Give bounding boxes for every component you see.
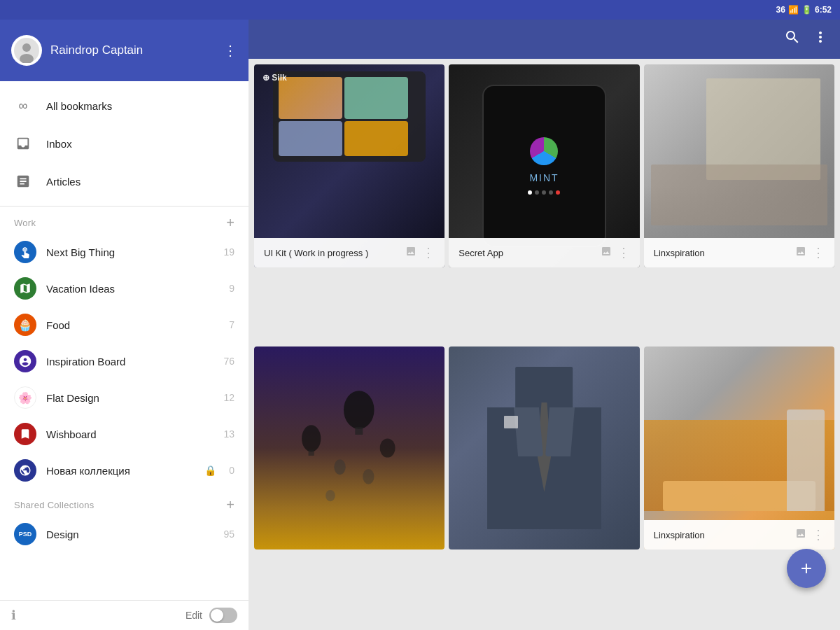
card-footer-linxspiration-1: Linxspiration ⋮ [644, 238, 834, 267]
svg-rect-6 [309, 450, 314, 456]
nav-item-inbox[interactable]: Inbox [0, 125, 248, 162]
info-icon[interactable]: ℹ [11, 608, 16, 623]
shared-section-header: Shared Collections + [0, 489, 248, 516]
collection-item-design[interactable]: PSD Design 95 [0, 516, 248, 552]
signal-bars: 📶 [788, 5, 799, 15]
sidebar-username: Raindrop Captain [50, 43, 215, 57]
inspiration-board-icon [14, 350, 36, 372]
svg-point-7 [380, 438, 396, 457]
card-image-icon-linxspiration-1[interactable] [795, 246, 806, 260]
svg-rect-4 [355, 427, 363, 435]
card-image-icon-ui-kit[interactable] [405, 246, 416, 260]
collection-name-vacation-ideas: Vacation Ideas [46, 283, 219, 295]
wishboard-icon [14, 423, 36, 445]
grid-item-linxspiration-2[interactable]: Linxspiration ⋮ [644, 346, 834, 550]
collection-item-novaya[interactable]: Новая коллекция 🔒 0 [0, 452, 248, 489]
collection-item-food[interactable]: 🧁 Food 7 [0, 307, 248, 343]
collection-name-food: Food [46, 319, 219, 331]
grid-item-linxspiration-1[interactable]: Linxspiration ⋮ [644, 64, 834, 267]
work-section-add-button[interactable]: + [226, 215, 234, 231]
collection-name-wishboard: Wishboard [46, 428, 214, 440]
collection-count-food: 7 [229, 319, 234, 330]
card-title-linxspiration-1: Linxspiration [654, 248, 705, 258]
infinity-icon: ∞ [14, 97, 32, 115]
sidebar-header: Raindrop Captain ⋮ [0, 20, 248, 81]
fab-icon: + [801, 559, 812, 578]
collection-item-next-big-thing[interactable]: Next Big Thing 19 [0, 234, 248, 270]
svg-point-10 [326, 490, 335, 501]
card-title-secret-app: Secret App [458, 248, 503, 258]
collection-name-design: Design [46, 528, 214, 540]
collection-count-novaya: 0 [229, 465, 234, 476]
collection-name-flat-design: Flat Design [46, 392, 214, 404]
food-icon: 🧁 [14, 314, 36, 336]
nav-label-articles: Articles [46, 176, 80, 188]
flat-design-icon: 🌸 [14, 386, 36, 409]
grid-item-ui-kit[interactable]: ⊕ Silk UI Kit ( Work in progress ) ⋮ [254, 64, 444, 267]
collection-item-flat-design[interactable]: 🌸 Flat Design 12 [0, 379, 248, 416]
sidebar-menu-button[interactable]: ⋮ [223, 42, 237, 59]
work-section-header: Work + [0, 206, 248, 234]
more-options-icon[interactable] [812, 29, 829, 50]
signal-icon: 36 [776, 5, 785, 15]
novaya-icon [14, 459, 36, 482]
sidebar-nav: ∞ All bookmarks Inbox Articles [0, 81, 248, 206]
card-image-icon-secret-app[interactable] [601, 246, 612, 260]
card-title-linxspiration-2: Linxspiration [654, 530, 705, 540]
collection-item-vacation-ideas[interactable]: Vacation Ideas 9 [0, 270, 248, 307]
collection-count-wishboard: 13 [223, 428, 234, 440]
next-big-thing-icon [14, 241, 36, 263]
avatar[interactable] [11, 35, 42, 66]
svg-point-5 [302, 425, 321, 451]
collection-name-novaya: Новая коллекция [46, 465, 195, 477]
grid-item-suit[interactable] [449, 346, 639, 550]
shared-section-title: Shared Collections [14, 500, 94, 510]
sidebar: Raindrop Captain ⋮ ∞ All bookmarks Inbox [0, 20, 248, 630]
edit-toggle[interactable] [209, 608, 237, 623]
card-footer-ui-kit: UI Kit ( Work in progress ) ⋮ [254, 238, 444, 267]
nav-item-articles[interactable]: Articles [0, 162, 248, 200]
card-menu-icon-linxspiration-2[interactable]: ⋮ [812, 527, 825, 542]
grid-item-balloons[interactable] [254, 346, 444, 550]
content-grid: ⊕ Silk UI Kit ( Work in progress ) ⋮ [248, 59, 840, 630]
collection-name-inspiration-board: Inspiration Board [46, 356, 214, 368]
work-section-title: Work [14, 218, 36, 228]
card-image-icon-linxspiration-2[interactable] [795, 528, 806, 542]
card-title-ui-kit: UI Kit ( Work in progress ) [264, 248, 368, 258]
main-toolbar [248, 20, 840, 59]
design-icon: PSD [14, 523, 36, 545]
fab-button[interactable]: + [787, 549, 826, 588]
collection-name-next-big-thing: Next Big Thing [46, 246, 214, 258]
vacation-ideas-icon [14, 277, 36, 300]
shared-section-add-button[interactable]: + [226, 497, 234, 513]
main-content: ⊕ Silk UI Kit ( Work in progress ) ⋮ [248, 20, 840, 630]
time-display: 6:52 [815, 5, 832, 15]
card-footer-secret-app: Secret App ⋮ [449, 238, 639, 267]
collection-count-inspiration-board: 76 [223, 356, 234, 367]
collection-count-design: 95 [223, 528, 234, 540]
nav-item-all-bookmarks[interactable]: ∞ All bookmarks [0, 87, 248, 125]
collection-count-next-big-thing: 19 [223, 246, 234, 258]
edit-label: Edit [186, 610, 202, 621]
status-icons: 36 📶 🔋 6:52 [776, 5, 832, 15]
collection-count-vacation-ideas: 9 [229, 283, 234, 294]
svg-point-3 [344, 391, 374, 428]
nav-label-inbox: Inbox [46, 138, 72, 150]
sidebar-footer: ℹ Edit [0, 600, 248, 630]
card-menu-icon-ui-kit[interactable]: ⋮ [422, 245, 435, 260]
svg-point-9 [363, 469, 374, 484]
collection-item-inspiration-board[interactable]: Inspiration Board 76 [0, 343, 248, 379]
collection-item-wishboard[interactable]: Wishboard 13 [0, 416, 248, 452]
svg-point-8 [334, 459, 345, 475]
battery-icon: 🔋 [802, 5, 812, 15]
lock-icon: 🔒 [204, 465, 216, 476]
status-bar: 36 📶 🔋 6:52 [0, 0, 840, 20]
nav-label-all-bookmarks: All bookmarks [46, 100, 112, 112]
articles-icon [14, 172, 32, 190]
card-footer-linxspiration-2: Linxspiration ⋮ [644, 520, 834, 550]
inbox-icon [14, 134, 32, 153]
card-menu-icon-secret-app[interactable]: ⋮ [617, 245, 630, 260]
card-menu-icon-linxspiration-1[interactable]: ⋮ [812, 245, 825, 260]
grid-item-secret-app[interactable]: MINT Secret App [449, 64, 639, 267]
search-icon[interactable] [784, 29, 801, 50]
